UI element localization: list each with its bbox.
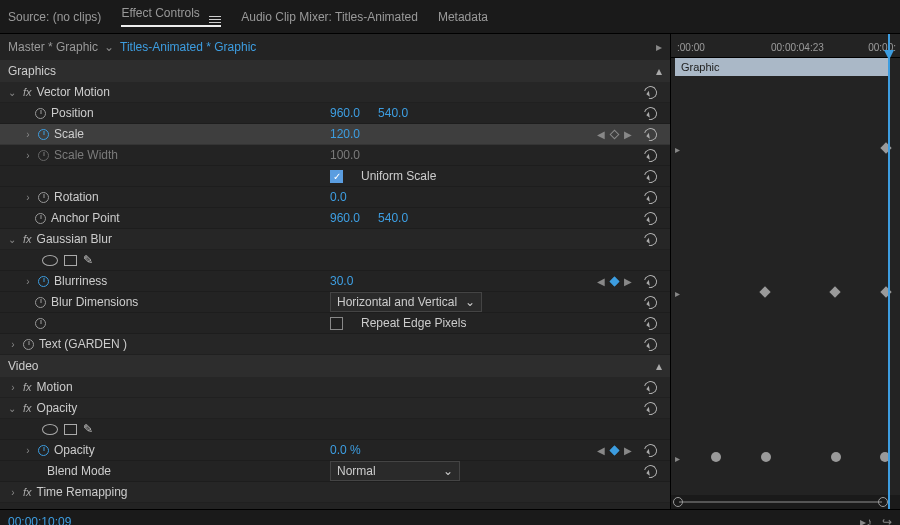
stopwatch-icon[interactable] xyxy=(35,108,46,119)
mask-ellipse-icon[interactable] xyxy=(42,424,58,435)
keyframe-prev-icon[interactable]: ◀ xyxy=(597,276,605,287)
kf-track-scale[interactable]: ▸ xyxy=(671,138,900,159)
reset-icon[interactable] xyxy=(641,441,659,459)
fx-icon[interactable]: fx xyxy=(23,486,32,498)
fx-icon[interactable]: fx xyxy=(23,402,32,414)
scale-input[interactable]: 120.0 xyxy=(330,127,360,141)
stopwatch-icon[interactable] xyxy=(38,192,49,203)
mask-ellipse-icon[interactable] xyxy=(42,255,58,266)
chevron-down-icon[interactable]: ⌄ xyxy=(104,40,114,54)
tab-metadata[interactable]: Metadata xyxy=(438,10,488,24)
reset-icon[interactable] xyxy=(641,230,659,248)
new-bin-icon[interactable]: ↪ xyxy=(882,515,892,526)
blend-mode-select[interactable]: Normal ⌄ xyxy=(330,461,460,481)
reset-icon[interactable] xyxy=(641,314,659,332)
reset-icon[interactable] xyxy=(641,272,659,290)
keyframe-add-icon[interactable] xyxy=(610,276,620,286)
reset-icon[interactable] xyxy=(641,293,659,311)
time-ruler[interactable]: :00:00 00:00:04:23 00:00: xyxy=(671,34,900,58)
position-y-input[interactable]: 540.0 xyxy=(378,106,408,120)
effect-vector-motion[interactable]: ⌄ fx Vector Motion xyxy=(0,82,670,103)
stopwatch-icon[interactable] xyxy=(35,297,46,308)
keyframe-add-icon[interactable] xyxy=(610,445,620,455)
reset-icon[interactable] xyxy=(641,104,659,122)
section-graphics[interactable]: Graphics ▴ xyxy=(0,60,670,82)
mask-rect-icon[interactable] xyxy=(64,424,77,435)
section-video[interactable]: Video ▴ xyxy=(0,355,670,377)
effect-motion[interactable]: › fx Motion xyxy=(0,377,670,398)
collapse-icon[interactable]: ▴ xyxy=(656,359,662,373)
reset-icon[interactable] xyxy=(641,167,659,185)
blur-dimensions-select[interactable]: Horizontal and Vertical ⌄ xyxy=(330,292,482,312)
reset-icon[interactable] xyxy=(641,378,659,396)
prop-scale[interactable]: › Scale 120.0 ◀ ▶ xyxy=(0,124,670,145)
tab-audio-mixer[interactable]: Audio Clip Mixer: Titles-Animated xyxy=(241,10,418,24)
fx-icon[interactable]: fx xyxy=(23,233,32,245)
play-arrow-icon[interactable]: ▸ xyxy=(656,40,662,54)
effect-time-remapping[interactable]: › fx Time Remapping xyxy=(0,482,670,503)
chevron-right-icon[interactable]: › xyxy=(8,339,18,350)
effect-text[interactable]: › Text (GARDEN ) xyxy=(0,334,670,355)
chevron-down-icon[interactable]: ⌄ xyxy=(8,234,18,245)
chevron-right-icon[interactable]: › xyxy=(8,382,18,393)
panel-menu-icon[interactable] xyxy=(209,16,221,23)
zoom-scrollbar[interactable] xyxy=(671,495,900,509)
toggle-effect-icon[interactable]: ▸♪ xyxy=(860,515,872,526)
repeat-edge-checkbox[interactable] xyxy=(330,317,343,330)
keyframe-circle[interactable] xyxy=(831,452,841,462)
effect-opacity[interactable]: ⌄ fx Opacity xyxy=(0,398,670,419)
chevron-right-icon[interactable]: › xyxy=(23,192,33,203)
reset-icon[interactable] xyxy=(641,209,659,227)
timecode-display[interactable]: 00:00:10:09 xyxy=(8,515,71,526)
reset-icon[interactable] xyxy=(641,188,659,206)
stopwatch-icon[interactable] xyxy=(38,129,49,140)
tab-source[interactable]: Source: (no clips) xyxy=(8,10,101,24)
stopwatch-icon[interactable] xyxy=(38,276,49,287)
chevron-down-icon[interactable]: ⌄ xyxy=(8,87,18,98)
keyframe-next-icon[interactable]: ▶ xyxy=(624,276,632,287)
keyframe-circle[interactable] xyxy=(711,452,721,462)
opacity-input[interactable]: 0.0 % xyxy=(330,443,361,457)
rotation-input[interactable]: 0.0 xyxy=(330,190,347,204)
zoom-handle-left[interactable] xyxy=(673,497,683,507)
mask-pen-icon[interactable]: ✎ xyxy=(83,253,93,267)
stopwatch-icon[interactable] xyxy=(38,445,49,456)
mask-pen-icon[interactable]: ✎ xyxy=(83,422,93,436)
chevron-down-icon[interactable]: ⌄ xyxy=(8,403,18,414)
keyframe-next-icon[interactable]: ▶ xyxy=(624,129,632,140)
reset-icon[interactable] xyxy=(641,125,659,143)
reset-icon[interactable] xyxy=(641,335,659,353)
reset-icon[interactable] xyxy=(641,83,659,101)
stopwatch-icon[interactable] xyxy=(23,339,34,350)
keyframe-prev-icon[interactable]: ◀ xyxy=(597,129,605,140)
fx-icon[interactable]: fx xyxy=(23,86,32,98)
keyframe-prev-icon[interactable]: ◀ xyxy=(597,445,605,456)
mask-rect-icon[interactable] xyxy=(64,255,77,266)
chevron-right-icon[interactable]: › xyxy=(8,487,18,498)
fx-icon[interactable]: fx xyxy=(23,381,32,393)
chevron-right-icon[interactable]: › xyxy=(23,129,33,140)
blurriness-input[interactable]: 30.0 xyxy=(330,274,353,288)
keyframe-add-icon[interactable] xyxy=(610,129,620,139)
keyframe-circle[interactable] xyxy=(761,452,771,462)
reset-icon[interactable] xyxy=(641,462,659,480)
keyframe-marker[interactable] xyxy=(829,286,840,297)
tab-effect-controls[interactable]: Effect Controls xyxy=(121,6,221,27)
playhead[interactable] xyxy=(888,34,890,509)
zoom-handle-right[interactable] xyxy=(878,497,888,507)
keyframe-timeline[interactable]: :00:00 00:00:04:23 00:00: Graphic ▸ ▸ ▸ xyxy=(670,34,900,509)
clip-bar[interactable]: Graphic xyxy=(675,58,888,76)
chevron-right-icon[interactable]: › xyxy=(23,276,33,287)
stopwatch-icon[interactable] xyxy=(35,213,46,224)
uniform-scale-checkbox[interactable] xyxy=(330,170,343,183)
effect-gaussian-blur[interactable]: ⌄ fx Gaussian Blur xyxy=(0,229,670,250)
kf-track-opacity[interactable]: ▸ xyxy=(671,447,900,468)
chevron-right-icon[interactable]: › xyxy=(23,445,33,456)
stopwatch-icon[interactable] xyxy=(35,318,46,329)
kf-track-blurriness[interactable]: ▸ xyxy=(671,282,900,303)
anchor-x-input[interactable]: 960.0 xyxy=(330,211,360,225)
collapse-icon[interactable]: ▴ xyxy=(656,64,662,78)
breadcrumb-clip[interactable]: Titles-Animated * Graphic xyxy=(120,40,256,54)
anchor-y-input[interactable]: 540.0 xyxy=(378,211,408,225)
breadcrumb-master[interactable]: Master * Graphic xyxy=(8,40,98,54)
